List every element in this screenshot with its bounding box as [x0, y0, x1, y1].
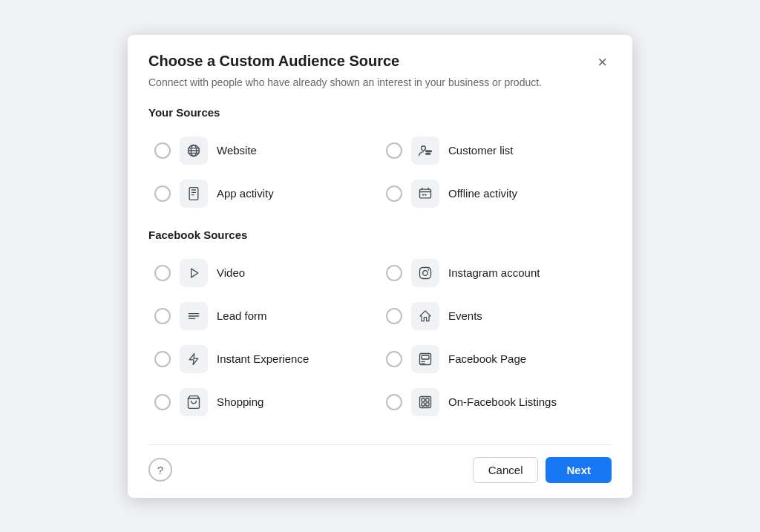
- facebook-page-icon-box: [411, 345, 439, 373]
- svg-rect-27: [422, 355, 429, 359]
- radio-lead-form[interactable]: [154, 308, 171, 324]
- source-name-lead-form: Lead form: [217, 309, 267, 322]
- radio-video[interactable]: [154, 265, 171, 281]
- help-button[interactable]: ?: [148, 458, 172, 482]
- svg-marker-25: [189, 353, 198, 364]
- listings-icon: [418, 395, 433, 410]
- source-name-on-facebook-listings: On-Facebook Listings: [448, 395, 557, 408]
- source-item-offline-activity[interactable]: Offline activity: [380, 172, 612, 215]
- source-name-website: Website: [217, 144, 257, 157]
- source-item-instagram[interactable]: Instagram account: [380, 252, 612, 295]
- radio-offline-activity[interactable]: [386, 185, 402, 202]
- source-item-video[interactable]: Video: [148, 252, 380, 295]
- radio-instagram[interactable]: [386, 265, 402, 281]
- svg-rect-16: [422, 194, 425, 195]
- your-sources-grid: Website Customer list: [148, 129, 612, 215]
- app-activity-icon: [186, 186, 201, 201]
- custom-audience-modal: Choose a Custom Audience Source × Connec…: [128, 35, 632, 498]
- instant-experience-icon-box: [180, 345, 208, 373]
- offline-activity-icon: [418, 186, 433, 201]
- modal-footer: ? Cancel Next: [148, 444, 612, 483]
- video-play-icon: [186, 266, 201, 280]
- facebook-page-icon: [418, 352, 433, 367]
- listings-icon-box: [411, 388, 439, 416]
- facebook-sources-label: Facebook Sources: [148, 229, 612, 241]
- source-item-website[interactable]: Website: [148, 129, 380, 172]
- instagram-icon-box: [411, 259, 439, 287]
- svg-point-5: [422, 145, 426, 150]
- globe-icon-box: [180, 137, 208, 165]
- svg-rect-12: [420, 189, 431, 198]
- source-name-video: Video: [217, 266, 245, 279]
- source-item-app-activity[interactable]: App activity: [148, 172, 380, 215]
- svg-rect-7: [426, 153, 430, 154]
- source-name-events: Events: [448, 309, 482, 322]
- footer-actions: Cancel Next: [473, 457, 612, 483]
- next-button[interactable]: Next: [546, 457, 612, 483]
- svg-point-21: [428, 269, 430, 270]
- svg-rect-35: [426, 402, 429, 405]
- cancel-button[interactable]: Cancel: [473, 457, 539, 483]
- source-name-facebook-page: Facebook Page: [448, 352, 526, 365]
- source-item-events[interactable]: Events: [380, 295, 612, 338]
- source-name-instant-experience: Instant Experience: [217, 352, 309, 365]
- modal-header: Choose a Custom Audience Source ×: [148, 53, 612, 72]
- your-sources-label: Your Sources: [148, 106, 612, 119]
- radio-app-activity[interactable]: [154, 185, 171, 202]
- source-item-shopping[interactable]: Shopping: [148, 381, 380, 424]
- source-name-instagram: Instagram account: [448, 266, 540, 279]
- radio-shopping[interactable]: [154, 394, 171, 410]
- svg-rect-33: [426, 398, 429, 401]
- radio-events[interactable]: [386, 308, 402, 324]
- source-item-lead-form[interactable]: Lead form: [148, 295, 380, 338]
- your-sources-section: Your Sources Website: [148, 106, 612, 215]
- events-icon: [418, 309, 433, 324]
- svg-rect-34: [422, 402, 425, 405]
- facebook-sources-grid: Video Instagram account: [148, 252, 612, 424]
- svg-rect-17: [425, 194, 427, 195]
- source-name-app-activity: App activity: [217, 187, 274, 200]
- radio-website[interactable]: [154, 142, 171, 159]
- modal-subtitle: Connect with people who have already sho…: [148, 76, 612, 88]
- instagram-icon: [418, 266, 433, 280]
- offline-activity-icon-box: [411, 180, 439, 208]
- customer-list-icon-box: [411, 137, 439, 165]
- svg-point-20: [423, 270, 428, 275]
- lead-form-icon-box: [180, 302, 208, 330]
- svg-rect-32: [422, 398, 425, 401]
- video-icon-box: [180, 259, 208, 287]
- radio-facebook-page[interactable]: [386, 351, 402, 367]
- customer-list-icon: [418, 143, 433, 158]
- facebook-sources-section: Facebook Sources Video: [148, 229, 612, 424]
- svg-rect-19: [420, 267, 431, 278]
- shopping-icon-box: [180, 388, 208, 416]
- svg-marker-18: [191, 269, 198, 278]
- source-item-facebook-page[interactable]: Facebook Page: [380, 338, 612, 381]
- source-name-offline-activity: Offline activity: [448, 187, 517, 200]
- source-item-customer-list[interactable]: Customer list: [380, 129, 612, 172]
- instant-experience-icon: [186, 352, 201, 367]
- svg-rect-8: [189, 187, 198, 200]
- globe-icon: [186, 143, 201, 158]
- source-name-customer-list: Customer list: [448, 144, 514, 157]
- source-name-shopping: Shopping: [217, 395, 263, 408]
- app-activity-icon-box: [180, 180, 208, 208]
- source-item-on-facebook-listings[interactable]: On-Facebook Listings: [380, 381, 612, 424]
- svg-rect-6: [426, 151, 432, 152]
- modal-title: Choose a Custom Audience Source: [148, 53, 399, 70]
- radio-on-facebook-listings[interactable]: [386, 394, 402, 410]
- close-button[interactable]: ×: [593, 53, 612, 72]
- radio-customer-list[interactable]: [386, 142, 402, 159]
- events-icon-box: [411, 302, 439, 330]
- radio-instant-experience[interactable]: [154, 351, 171, 367]
- lead-form-icon: [186, 309, 201, 324]
- source-item-instant-experience[interactable]: Instant Experience: [148, 338, 380, 381]
- shopping-icon: [186, 395, 201, 410]
